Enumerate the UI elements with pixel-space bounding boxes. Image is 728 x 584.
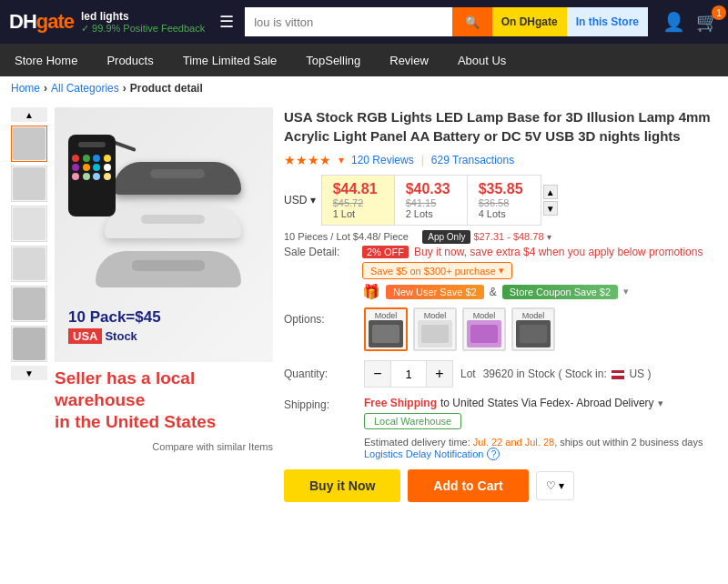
price-nav-up[interactable]: ▲: [543, 185, 558, 199]
transactions-link[interactable]: 629 Transactions: [431, 154, 514, 166]
cart-icon[interactable]: 🛒 1: [696, 11, 719, 33]
thumbnail-3[interactable]: [11, 206, 47, 242]
shipping-info: Free Shipping to United States Via Fedex…: [364, 397, 717, 460]
delivery-text: Estimated delivery time: Jul. 22 and Jul…: [364, 437, 717, 448]
off-badge: 2% OFF: [362, 246, 409, 258]
promo-button[interactable]: Save $5 on $300+ purchase ▾: [362, 262, 512, 279]
app-price-chevron[interactable]: ▾: [547, 232, 551, 242]
price-qty-1: 1 Lot: [333, 208, 383, 219]
price-nav-down[interactable]: ▼: [543, 201, 558, 216]
model-option-3[interactable]: Model: [462, 307, 506, 351]
store-name[interactable]: led lights: [81, 10, 205, 23]
chevron-down-icon[interactable]: ▾: [339, 154, 344, 166]
store-info: led lights ✓ 99.9% Positive Feedback: [81, 10, 205, 35]
quantity-section: Quantity: − + Lot 39620 in Stock ( Stock…: [284, 360, 717, 388]
wishlist-chevron: ▾: [559, 479, 564, 492]
logo[interactable]: DHgate: [9, 10, 74, 34]
stock-text: 39620 in Stock ( Stock in: US ): [483, 368, 652, 380]
thumb-prev-button[interactable]: ▲: [11, 107, 47, 122]
thumb-next-button[interactable]: ▼: [11, 366, 47, 380]
nav-review[interactable]: Review: [375, 44, 443, 76]
lots-info: 10 Pieces / Lot $4.48/ Piece App Only $2…: [284, 231, 717, 242]
main-image-wrap: 10 Pack=$45 USA Stock Seller has a local…: [55, 107, 273, 502]
menu-icon[interactable]: ☰: [219, 12, 234, 32]
wishlist-button[interactable]: ♡ ▾: [536, 471, 574, 500]
app-only-badge: App Only: [422, 230, 470, 244]
quantity-plus-button[interactable]: +: [427, 361, 452, 387]
thumbnail-2[interactable]: [11, 166, 47, 202]
breadcrumb-current: Product detail: [130, 82, 203, 95]
ship-to-text: to United States Via Fedex- Abroad Deliv…: [440, 397, 654, 409]
reviews-link[interactable]: 120 Reviews: [351, 154, 414, 166]
thumbnail-6[interactable]: [11, 326, 47, 362]
quantity-input[interactable]: [390, 361, 427, 387]
model-options: Model Model Model: [364, 307, 555, 351]
ship-chevron[interactable]: ▾: [658, 398, 663, 409]
currency-selector[interactable]: USD ▾: [284, 194, 316, 206]
shipping-section: Shipping: Free Shipping to United States…: [284, 397, 717, 460]
shipping-row: Shipping: Free Shipping to United States…: [284, 397, 717, 460]
quantity-label: Quantity:: [284, 368, 357, 380]
model-img-1: [369, 320, 403, 347]
price-main-3: $35.85: [479, 181, 530, 197]
heart-icon: ♡: [546, 479, 556, 492]
price-col-2[interactable]: $40.33 $41.15 2 Lots: [395, 176, 468, 225]
lot-text: Lot: [460, 368, 476, 380]
model-img-3: [467, 320, 501, 347]
search-button[interactable]: 🔍: [452, 7, 492, 36]
header-icons: 👤 🛒 1: [662, 11, 719, 33]
options-label: Options:: [284, 313, 357, 326]
buy-now-button[interactable]: Buy it Now: [284, 469, 400, 502]
nav-topselling[interactable]: TopSelling: [291, 44, 375, 76]
compare-text[interactable]: Compare with similar Items: [55, 441, 273, 452]
sale-section: Sale Detail: 2% OFF Buy it now, save ext…: [284, 246, 717, 300]
thumbnail-1[interactable]: [11, 126, 47, 162]
store-feedback: ✓ 99.9% Positive Feedback: [81, 23, 205, 35]
quantity-control: − +: [364, 360, 453, 388]
breadcrumb-categories[interactable]: All Categories: [51, 82, 119, 95]
action-section: Buy it Now Add to Cart ♡ ▾: [284, 469, 717, 502]
shipping-label: Shipping:: [284, 398, 357, 411]
thumbnail-5[interactable]: [11, 286, 47, 322]
new-user-badge[interactable]: New User Save $2: [386, 285, 484, 299]
on-dhgate-button[interactable]: On DHgate: [492, 7, 567, 36]
store-coupon-badge[interactable]: Store Coupon Save $2: [502, 285, 618, 299]
pack-label: 10 Pack=$45: [68, 309, 161, 327]
model-option-2[interactable]: Model: [413, 307, 457, 351]
navbar: Store Home Products Time Limited Sale To…: [0, 44, 728, 76]
free-shipping-text: Free Shipping: [364, 397, 437, 409]
nav-products[interactable]: Products: [92, 44, 167, 76]
sale-label: Sale Detail:: [284, 246, 357, 258]
price-col-3[interactable]: $35.85 $36.58 4 Lots: [468, 176, 541, 225]
quantity-minus-button[interactable]: −: [365, 361, 390, 387]
price-nav: ▲ ▼: [543, 185, 558, 216]
app-price: $27.31 - $48.78: [473, 231, 543, 242]
model-option-4[interactable]: Model: [511, 307, 555, 351]
in-store-button[interactable]: In this Store: [567, 7, 648, 36]
product-title: USA Stock RGB Lights LED Lamp Base for 3…: [284, 107, 717, 146]
model-img-2: [418, 320, 452, 347]
price-qty-2: 2 Lots: [406, 208, 456, 219]
local-warehouse-button[interactable]: Local Warehouse: [364, 413, 461, 429]
product-info: USA Stock RGB Lights LED Lamp Base for 3…: [284, 107, 717, 502]
search-input[interactable]: [245, 7, 451, 36]
price-main-2: $40.33: [406, 181, 456, 197]
price-orig-1: $45.72: [333, 197, 383, 208]
sale-row: Sale Detail: 2% OFF Buy it now, save ext…: [284, 246, 717, 258]
us-flag-icon: [612, 370, 624, 379]
help-icon[interactable]: ?: [487, 448, 500, 460]
price-qty-3: 4 Lots: [479, 208, 530, 219]
nav-about-us[interactable]: About Us: [443, 44, 521, 76]
and-text: &: [490, 286, 497, 298]
model-option-1[interactable]: Model: [364, 307, 408, 351]
nav-store-home[interactable]: Store Home: [0, 44, 92, 76]
account-icon[interactable]: 👤: [662, 11, 685, 33]
price-grid: $44.81 $45.72 1 Lot $40.33 $41.15 2 Lots…: [321, 175, 541, 226]
thumbnail-4[interactable]: [11, 246, 47, 282]
price-col-1[interactable]: $44.81 $45.72 1 Lot: [322, 176, 395, 225]
coupon-chevron[interactable]: ▾: [623, 286, 629, 297]
breadcrumb-home[interactable]: Home: [11, 82, 40, 95]
add-to-cart-button[interactable]: Add to Cart: [408, 469, 528, 502]
logistics-row[interactable]: Logistics Delay Notification ?: [364, 448, 717, 460]
nav-time-limited-sale[interactable]: Time Limited Sale: [168, 44, 292, 76]
